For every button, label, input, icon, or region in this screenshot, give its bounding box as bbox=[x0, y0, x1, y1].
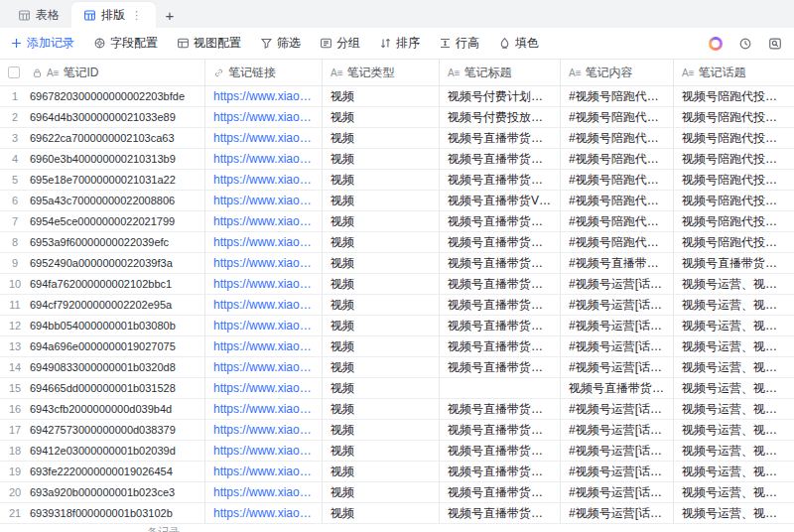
cell-note-link[interactable]: https://www.xiaohongs... bbox=[205, 274, 323, 294]
cell-note-title[interactable]: 视频号直播带货起号的... bbox=[440, 170, 561, 190]
cell-note-content[interactable]: #视频号运营[话题]# #... bbox=[561, 274, 674, 294]
row-height-button[interactable]: 行高 bbox=[439, 35, 479, 52]
sort-button[interactable]: 排序 bbox=[379, 35, 420, 52]
cell-note-content[interactable]: #视频号运营[话题]# #... bbox=[561, 420, 674, 440]
tab-layout[interactable]: 排版 ⋮ bbox=[71, 2, 156, 28]
column-header-note-title[interactable]: A≡ 笔记标题 bbox=[440, 60, 561, 85]
cell-note-topic[interactable]: 视频号陪跑代投、视频... bbox=[674, 191, 794, 210]
cell-note-title[interactable]: 视频号直播带货付费撬... bbox=[440, 295, 561, 315]
cell-note-link[interactable]: https://www.xiaohongs... bbox=[205, 170, 323, 190]
cell-note-content[interactable]: #视频号运营[话题]# #... bbox=[561, 399, 674, 419]
cell-note-topic[interactable]: 视频号运营、视频号直... bbox=[674, 420, 794, 440]
cell-note-type[interactable]: 视频 bbox=[323, 441, 440, 461]
cell-note-link[interactable]: https://www.xiaohongs... bbox=[205, 191, 323, 210]
cell-note-topic[interactable]: 视频号运营、视频号直... bbox=[674, 274, 794, 294]
cell-note-title[interactable]: 视频号直播带货如何稳... bbox=[440, 253, 561, 273]
cell-note-content[interactable]: #视频号直播带货[话题]... bbox=[561, 253, 674, 273]
cell-note-type[interactable]: 视频 bbox=[323, 232, 440, 252]
filter-button[interactable]: 筛选 bbox=[260, 35, 301, 52]
column-header-note-link[interactable]: 笔记链接 bbox=[205, 60, 323, 85]
column-header-note-content[interactable]: A≡ 笔记内容 bbox=[561, 60, 674, 85]
cell-note-content[interactable]: #视频号陪跑代投[话题]... bbox=[561, 149, 674, 169]
cell-note-link[interactable]: https://www.xiaohongs... bbox=[205, 316, 323, 335]
cell-note-topic[interactable]: 视频号运营、视频号直... bbox=[674, 357, 794, 377]
cell-note-content[interactable]: #视频号运营[话题]# #... bbox=[561, 462, 674, 481]
cell-note-title[interactable]: 视频号直播带货起号如... bbox=[440, 420, 561, 440]
cell-note-type[interactable]: 视频 bbox=[323, 357, 440, 377]
cell-note-link[interactable]: https://www.xiaohongs... bbox=[205, 128, 323, 148]
cell-note-type[interactable]: 视频 bbox=[323, 420, 440, 440]
cell-note-topic[interactable]: 视频号运营、视频号直... bbox=[674, 378, 794, 398]
cell-note-topic[interactable]: 视频号陪跑代投、视频... bbox=[674, 170, 794, 190]
cell-note-content[interactable]: #视频号陪跑代投[话题]... bbox=[561, 191, 674, 210]
cell-note-id[interactable]: 12694bb054000000001b03080b bbox=[0, 316, 205, 335]
cell-note-topic[interactable]: 视频号运营、视频号直... bbox=[674, 441, 794, 461]
cell-note-title[interactable]: 视频号付费投放计划的... bbox=[440, 107, 561, 127]
group-button[interactable]: 分组 bbox=[320, 35, 360, 52]
cell-note-id[interactable]: 20693a920b000000001b023ce3 bbox=[0, 482, 205, 502]
cell-note-topic[interactable]: 视频号运营、视频号直... bbox=[674, 399, 794, 419]
cell-note-type[interactable]: 视频 bbox=[323, 191, 440, 210]
cell-note-content[interactable]: #视频号陪跑代投[话题]... bbox=[561, 170, 674, 190]
cell-note-id[interactable]: 46960e3b400000000210313b9 bbox=[0, 149, 205, 169]
cell-note-type[interactable]: 视频 bbox=[323, 316, 440, 335]
cell-note-id[interactable]: 6695a43c70000000022008806 bbox=[0, 191, 205, 210]
cell-note-type[interactable]: 视频 bbox=[323, 462, 440, 481]
cell-note-content[interactable]: #视频号陪跑代投[话题]... bbox=[561, 232, 674, 252]
fill-color-button[interactable]: 填色 bbox=[498, 35, 539, 52]
cell-note-content[interactable]: #视频号陪跑代投[话题]... bbox=[561, 211, 674, 231]
cell-note-type[interactable]: 视频 bbox=[323, 107, 440, 127]
cell-note-id[interactable]: 15694665dd000000001b031528 bbox=[0, 378, 205, 398]
select-all-checkbox[interactable] bbox=[8, 66, 20, 78]
field-config-button[interactable]: 字段配置 bbox=[93, 35, 158, 52]
cell-note-title[interactable]: 视频号直播带货放量计... bbox=[440, 462, 561, 481]
cell-note-id[interactable]: 86953a9f60000000022039efc bbox=[0, 232, 205, 252]
cell-note-topic[interactable]: 视频号运营、视频号直... bbox=[674, 462, 794, 481]
cell-note-topic[interactable]: 视频号运营、视频号直... bbox=[674, 482, 794, 502]
cell-note-topic[interactable]: 视频号运营、视频号直... bbox=[674, 336, 794, 356]
cell-note-title[interactable]: 视频号直播带货V3数据... bbox=[440, 191, 561, 210]
cell-note-link[interactable]: https://www.xiaohongs... bbox=[205, 378, 323, 398]
cell-note-title[interactable]: 视频号直播带货憋单和... bbox=[440, 482, 561, 502]
cell-note-topic[interactable]: 视频号运营、视频号直... bbox=[674, 316, 794, 335]
column-header-note-id[interactable]: A≡ 笔记ID bbox=[0, 60, 205, 85]
cell-note-title[interactable]: 视频号直播带货如何判... bbox=[440, 274, 561, 294]
cell-note-id[interactable]: 216939318f000000001b03102b bbox=[0, 503, 205, 523]
cell-note-content[interactable]: #视频号运营[话题]# #... bbox=[561, 441, 674, 461]
cell-note-type[interactable]: 视频 bbox=[323, 86, 440, 106]
cell-note-title[interactable]: 视频号直播带货低客单... bbox=[440, 232, 561, 252]
cell-note-link[interactable]: https://www.xiaohongs... bbox=[205, 399, 323, 419]
cell-note-id[interactable]: 369622ca7000000002103ca63 bbox=[0, 128, 205, 148]
cell-note-topic[interactable]: 视频号陪跑代投、视频... bbox=[674, 128, 794, 148]
cell-note-title[interactable]: 视频号直播带货微憋单... bbox=[440, 336, 561, 356]
cell-note-content[interactable]: #视频号陪跑代投[话题]... bbox=[561, 86, 674, 106]
cell-note-content[interactable]: #视频号陪跑代投[话题]... bbox=[561, 107, 674, 127]
cell-note-id[interactable]: 1869412e03000000001b02039d bbox=[0, 441, 205, 461]
cell-note-link[interactable]: https://www.xiaohongs... bbox=[205, 357, 323, 377]
cell-note-content[interactable]: #视频号陪跑代投[话题]... bbox=[561, 128, 674, 148]
cell-note-type[interactable]: 视频 bbox=[323, 295, 440, 315]
cell-note-id[interactable]: 13694a696e0000000019027075 bbox=[0, 336, 205, 356]
view-config-button[interactable]: 视图配置 bbox=[177, 35, 241, 52]
cell-note-content[interactable]: #视频号运营[话题]# #... bbox=[561, 503, 674, 523]
cell-note-type[interactable]: 视频 bbox=[323, 503, 440, 523]
cell-note-type[interactable]: 视频 bbox=[323, 274, 440, 294]
cell-note-id[interactable]: 76954e5ce0000000022021799 bbox=[0, 211, 205, 231]
cell-note-title[interactable]: 视频号直播带货评分很... bbox=[440, 149, 561, 169]
cell-note-type[interactable]: 视频 bbox=[323, 482, 440, 502]
cell-note-id[interactable]: 5695e18e70000000021031a22 bbox=[0, 170, 205, 190]
ai-assistant-icon[interactable] bbox=[709, 37, 723, 51]
cell-note-title[interactable] bbox=[440, 378, 561, 398]
cell-note-topic[interactable]: 视频号陪跑代投、视频... bbox=[674, 149, 794, 169]
cell-note-id[interactable]: 1469490833000000001b0320d8 bbox=[0, 357, 205, 377]
cell-note-title[interactable]: 视频号直播带货憋单憋... bbox=[440, 399, 561, 419]
add-view-tab-button[interactable]: + bbox=[156, 2, 184, 28]
cell-note-link[interactable]: https://www.xiaohongs... bbox=[205, 86, 323, 106]
cell-note-topic[interactable]: 视频号直播带货、视频... bbox=[674, 253, 794, 273]
cell-note-content[interactable]: 视频号直播带货播不起... bbox=[561, 378, 674, 398]
cell-note-content[interactable]: #视频号运营[话题]# #... bbox=[561, 357, 674, 377]
cell-note-id[interactable]: 96952490a0000000022039f3a bbox=[0, 253, 205, 273]
cell-note-content[interactable]: #视频号运营[话题]# #... bbox=[561, 482, 674, 502]
cell-note-title[interactable]: 视频号直播带货直播间... bbox=[440, 316, 561, 335]
cell-note-id[interactable]: 10694fa762000000002102bbc1 bbox=[0, 274, 205, 294]
